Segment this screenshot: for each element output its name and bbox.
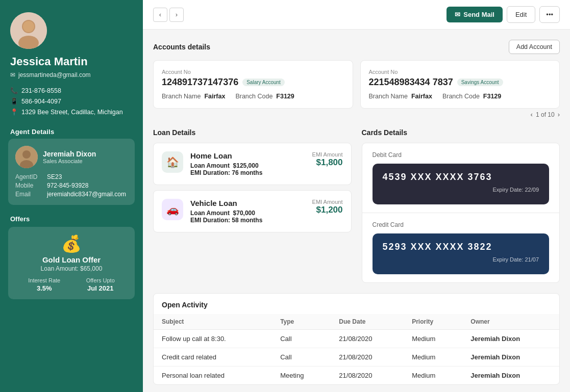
content-area: Accounts details Add Account Account No … bbox=[143, 30, 570, 392]
top-bar: ‹ › ✉ Send Mail Edit ••• bbox=[143, 0, 570, 30]
agent-id-row: AgentID SE23 bbox=[15, 173, 128, 180]
sidebar: Jessica Martin ✉ jessmartineda@gmail.com… bbox=[0, 0, 143, 392]
phone-icon: 📞 bbox=[10, 87, 17, 94]
agent-top: Jeremiah Dixon Sales Associate bbox=[15, 146, 128, 168]
accounts-section: Accounts details Add Account Account No … bbox=[153, 40, 560, 118]
loan-icon-0: 🏠 bbox=[162, 151, 183, 173]
account-number-row-0: 124891737147376 Salary Account bbox=[162, 77, 344, 88]
cards-title: Cards Details bbox=[362, 128, 560, 137]
credit-card-visual: 5293 XXX XXXX 3822 Expiry Date: 21/07 bbox=[373, 233, 550, 274]
loan-info-1: Vehicle Loan Loan Amount $70,000 EMI Dur… bbox=[190, 199, 305, 224]
cell-subject: Personal loan related bbox=[154, 367, 272, 385]
account-info-0: Branch Name Fairfax Branch Code F3129 bbox=[162, 93, 344, 100]
account-number-0: 124891737147376 bbox=[162, 77, 238, 88]
loan-card-1: 🚗 Vehicle Loan Loan Amount $70,000 EMI D… bbox=[153, 190, 352, 232]
loans-section: Loan Details 🏠 Home Loan Loan Amount $12… bbox=[153, 128, 352, 283]
account-number-1: 221548983434 7837 bbox=[369, 77, 453, 88]
col-owner: Owner bbox=[462, 314, 559, 330]
prev-button[interactable]: ‹ bbox=[153, 8, 167, 22]
cell-owner: Jeremiah Dixon bbox=[462, 348, 559, 367]
agent-avatar bbox=[15, 146, 38, 168]
edit-button[interactable]: Edit bbox=[507, 6, 535, 23]
contact-info: 📞 231-876-8558 📱 586-904-4097 📍 1329 Bee… bbox=[0, 87, 143, 124]
cell-type: Call bbox=[272, 348, 331, 367]
account-card-0: Account No 124891737147376 Salary Accoun… bbox=[153, 60, 353, 109]
debit-card-visual: 4539 XXX XXXX 3763 Expiry Date: 22/09 bbox=[373, 164, 550, 204]
profile-section: Jessica Martin ✉ jessmartineda@gmail.com bbox=[0, 0, 143, 87]
accounts-next-button[interactable]: › bbox=[558, 111, 560, 118]
send-mail-button[interactable]: ✉ Send Mail bbox=[447, 7, 503, 22]
loan-icon-1: 🚗 bbox=[162, 199, 183, 220]
agent-email-row: Email jeremiahdic8347@gmail.com bbox=[15, 191, 128, 198]
cell-priority: Medium bbox=[404, 367, 462, 385]
cell-priority: Medium bbox=[404, 348, 462, 367]
interest-stat: Interest Rate 3.5% bbox=[28, 277, 60, 292]
mail-icon: ✉ bbox=[455, 11, 460, 18]
more-button[interactable]: ••• bbox=[539, 6, 560, 23]
credit-card-section: Credit Card 5293 XXX XXXX 3822 Expiry Da… bbox=[362, 213, 560, 282]
mobile-row: 📱 586-904-4097 bbox=[10, 97, 133, 105]
account-badge-0: Salary Account bbox=[242, 79, 285, 86]
activity-header-row: Subject Type Due Date Priority Owner bbox=[154, 314, 559, 330]
loan-emi-0: EMI Amount $1,800 bbox=[312, 151, 343, 168]
account-label-0: Account No bbox=[162, 69, 344, 75]
cell-due-date: 21/08/2020 bbox=[331, 330, 404, 348]
account-number-row-1: 221548983434 7837 Savings Account bbox=[369, 77, 552, 88]
svg-point-3 bbox=[23, 21, 34, 32]
location-icon: 📍 bbox=[10, 108, 17, 116]
cell-type: Call bbox=[272, 330, 331, 348]
loan-cards-row: Loan Details 🏠 Home Loan Loan Amount $12… bbox=[153, 128, 560, 283]
accounts-pagination: ‹ 1 of 10 › bbox=[153, 111, 560, 118]
offer-name: Gold Loan Offer bbox=[42, 255, 101, 264]
accounts-grid: Account No 124891737147376 Salary Accoun… bbox=[153, 60, 560, 109]
agent-card: Jeremiah Dixon Sales Associate AgentID S… bbox=[8, 139, 135, 205]
cell-due-date: 21/08/2020 bbox=[331, 367, 404, 385]
accounts-prev-button[interactable]: ‹ bbox=[531, 111, 533, 118]
col-type: Type bbox=[272, 314, 331, 330]
cell-owner: Jeremiah Dixon bbox=[462, 367, 559, 385]
account-info-1: Branch Name Fairfax Branch Code F3129 bbox=[369, 93, 552, 100]
account-card-1: Account No 221548983434 7837 Savings Acc… bbox=[360, 60, 560, 109]
mobile-icon: 📱 bbox=[10, 97, 17, 105]
add-account-button[interactable]: Add Account bbox=[509, 40, 560, 54]
address-row: 📍 1329 Bee Street, Cadillac, Michigan bbox=[10, 108, 133, 116]
phone-row: 📞 231-876-8558 bbox=[10, 87, 133, 94]
offer-card: 💰 Gold Loan Offer Loan Amount: $65,000 I… bbox=[8, 227, 135, 299]
activity-title: Open Activity bbox=[154, 294, 559, 314]
accounts-header: Accounts details Add Account bbox=[153, 40, 560, 54]
agent-details: AgentID SE23 Mobile 972-845-93928 Email … bbox=[15, 173, 128, 198]
cell-priority: Medium bbox=[404, 330, 462, 348]
table-row: Follow up call at 8:30. Call 21/08/2020 … bbox=[154, 330, 559, 348]
account-badge-1: Savings Account bbox=[457, 79, 503, 86]
activity-table-body: Follow up call at 8:30. Call 21/08/2020 … bbox=[154, 330, 559, 385]
loan-card-0: 🏠 Home Loan Loan Amount $125,000 EMI Dur… bbox=[153, 143, 352, 185]
col-due-date: Due Date bbox=[331, 314, 404, 330]
debit-card-section: Debit Card 4539 XXX XXXX 3763 Expiry Dat… bbox=[362, 143, 560, 213]
col-priority: Priority bbox=[404, 314, 462, 330]
svg-point-5 bbox=[22, 150, 31, 159]
email-icon: ✉ bbox=[10, 71, 15, 79]
activity-section: Open Activity Subject Type Due Date Prio… bbox=[153, 293, 560, 385]
upto-stat: Offers Upto Jul 2021 bbox=[86, 277, 115, 292]
activity-table: Subject Type Due Date Priority Owner Fol… bbox=[154, 314, 559, 384]
loan-emi-1: EMI Amount $1,200 bbox=[312, 199, 343, 215]
cell-subject: Credit card related bbox=[154, 348, 272, 367]
offers-section: Offers 💰 Gold Loan Offer Loan Amount: $6… bbox=[0, 213, 143, 307]
agent-name-role: Jeremiah Dixon Sales Associate bbox=[43, 150, 96, 164]
nav-arrows: ‹ › bbox=[153, 8, 184, 22]
cards-section: Cards Details Debit Card 4539 XXX XXXX 3… bbox=[362, 128, 560, 283]
account-label-1: Account No bbox=[369, 69, 552, 75]
top-actions: ✉ Send Mail Edit ••• bbox=[447, 6, 560, 23]
accounts-title: Accounts details bbox=[153, 43, 210, 51]
cards-container: Debit Card 4539 XXX XXXX 3763 Expiry Dat… bbox=[362, 143, 560, 283]
activity-table-head: Subject Type Due Date Priority Owner bbox=[154, 314, 559, 330]
table-row: Credit card related Call 21/08/2020 Medi… bbox=[154, 348, 559, 367]
offer-stats: Interest Rate 3.5% Offers Upto Jul 2021 bbox=[15, 277, 128, 292]
table-row: Personal loan related Meeting 21/08/2020… bbox=[154, 367, 559, 385]
cell-subject: Follow up call at 8:30. bbox=[154, 330, 272, 348]
cell-type: Meeting bbox=[272, 367, 331, 385]
loans-title: Loan Details bbox=[153, 128, 352, 137]
next-button[interactable]: › bbox=[169, 8, 184, 22]
loan-info-0: Home Loan Loan Amount $125,000 EMI Durat… bbox=[190, 151, 305, 176]
offer-icon: 💰 bbox=[61, 234, 82, 253]
